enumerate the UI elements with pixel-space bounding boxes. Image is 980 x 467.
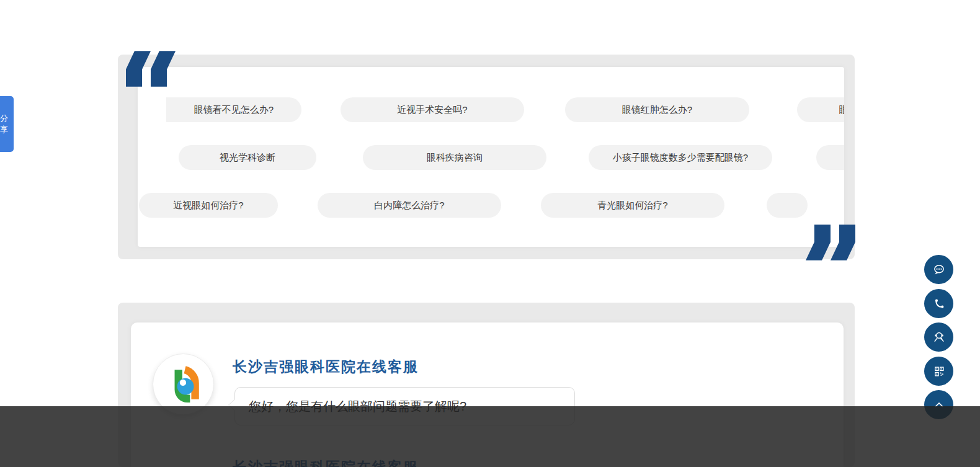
- faq-pill[interactable]: 小孩子眼镜度数多少需要配眼镜?: [589, 145, 772, 170]
- faq-pill[interactable]: 近视眼如何治疗?: [139, 193, 278, 218]
- faq-pill[interactable]: 近视手术安全吗?: [341, 97, 524, 122]
- faq-pill[interactable]: 眼科疾病咨询: [363, 145, 546, 170]
- float-qrcode-button[interactable]: [924, 357, 953, 386]
- faq-pill[interactable]: 白内障怎么治疗?: [318, 193, 501, 218]
- faq-pill[interactable]: [816, 145, 844, 170]
- faq-panel: 眼镜看不见怎么办? 近视手术安全吗? 眼镜红肿怎么办? 眼 视光学科诊断 眼科疾…: [138, 67, 844, 247]
- float-service-button[interactable]: [924, 322, 953, 352]
- share-tab-label: 分享: [0, 113, 14, 135]
- page: 分享 眼镜看不见怎么办? 近视手术安全吗? 眼镜红肿怎么办? 眼 视光学科诊断 …: [0, 0, 980, 467]
- phone-icon: [930, 295, 948, 313]
- hospital-logo-icon: [164, 365, 203, 404]
- quote-open-icon: [126, 48, 176, 89]
- faq-pill[interactable]: 眼: [797, 97, 844, 122]
- share-tab[interactable]: 分享: [0, 96, 14, 152]
- customer-service-icon: [930, 328, 948, 347]
- float-phone-button[interactable]: [924, 289, 953, 318]
- faq-pill[interactable]: 视光学科诊断: [179, 145, 316, 170]
- faq-pill[interactable]: 眼镜看不见怎么办?: [166, 97, 301, 122]
- service-title: 长沙吉强眼科医院在线客服: [233, 357, 419, 376]
- faq-pill[interactable]: [767, 193, 808, 218]
- qrcode-icon: [930, 362, 948, 381]
- float-chat-button[interactable]: [924, 255, 953, 284]
- faq-pill[interactable]: 眼镜红肿怎么办?: [565, 97, 749, 122]
- quote-close-icon: [806, 222, 855, 263]
- bottom-bar: 吉强眼科+ Ji Qiang Ophthalmology 立即预约 24小时服务…: [0, 406, 980, 467]
- chat-bubble-icon: [930, 260, 948, 279]
- faq-pill[interactable]: 青光眼如何治疗?: [541, 193, 724, 218]
